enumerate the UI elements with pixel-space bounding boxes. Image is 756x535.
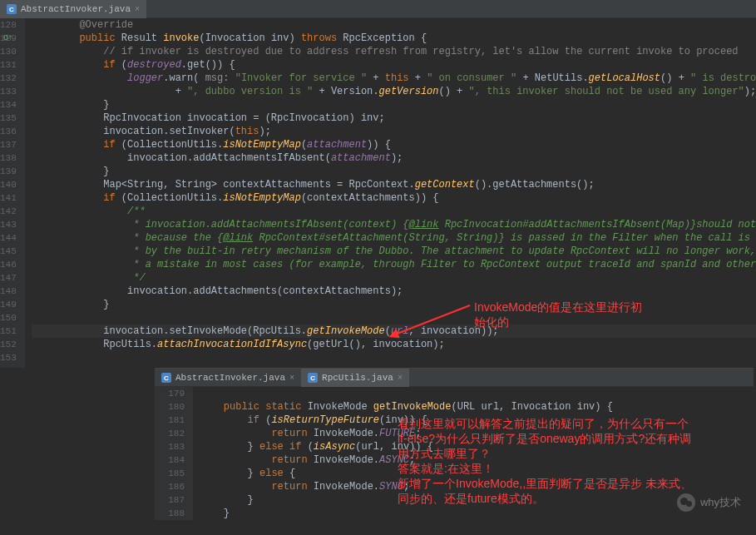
watermark: why技术 [677, 493, 741, 512]
wechat-icon [677, 493, 695, 512]
java-class-icon: C [161, 373, 171, 383]
line-gutter: 179180181182183184185186187188 [155, 387, 193, 520]
tab-abstractinvoker-inset[interactable]: C AbstractInvoker.java × [155, 369, 301, 387]
close-icon[interactable]: × [289, 374, 294, 383]
java-class-icon: C [7, 4, 17, 14]
annotation-explanation: 看到这里就可以解答之前提出的疑问了，为什么只有一个if-else?为什么只判断了… [398, 416, 747, 506]
override-gutter-icon[interactable]: o↑ [3, 32, 13, 45]
code-area[interactable]: @Override public Result invoke(Invocatio… [25, 18, 756, 368]
tab-label: AbstractInvoker.java [175, 373, 285, 383]
tab-label: RpcUtils.java [322, 373, 393, 383]
annotation-invokemode-init: InvokeMode的值是在这里进行初始化的 [474, 300, 642, 329]
watermark-text: why技术 [700, 495, 741, 510]
main-editor: o↑ 1281291301311321331341351361371381391… [0, 18, 756, 368]
top-tab-bar: C AbstractInvoker.java × [0, 0, 756, 18]
inset-tab-bar: C AbstractInvoker.java × C RpcUtils.java… [155, 369, 754, 387]
tab-rpcutils[interactable]: C RpcUtils.java × [301, 369, 409, 387]
line-gutter: o↑ 1281291301311321331341351361371381391… [0, 18, 25, 368]
java-class-icon: C [308, 373, 318, 383]
tab-label: AbstractInvoker.java [21, 4, 131, 14]
close-icon[interactable]: × [135, 5, 140, 14]
close-icon[interactable]: × [398, 374, 403, 383]
tab-abstractinvoker[interactable]: C AbstractInvoker.java × [0, 0, 146, 18]
